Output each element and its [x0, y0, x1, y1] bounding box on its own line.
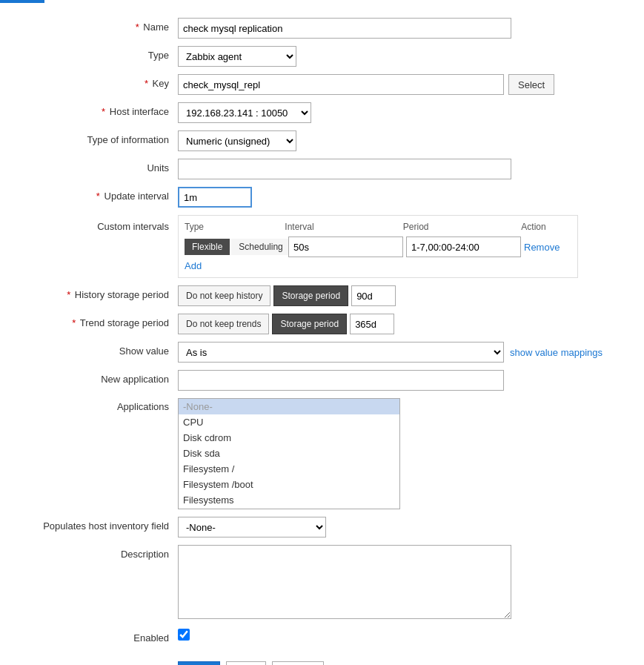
- type-label: Type: [30, 46, 178, 61]
- host-interface-select[interactable]: 192.168.23.141 : 10050: [178, 102, 311, 123]
- ci-interval-input[interactable]: [288, 236, 403, 257]
- description-label: Description: [30, 545, 178, 560]
- name-label: * Name: [30, 18, 178, 33]
- app-item-general[interactable]: General: [179, 508, 399, 509]
- ci-flexible-button[interactable]: Flexible: [185, 239, 230, 255]
- custom-intervals-row: Custom intervals Type Interval Period Ac…: [30, 215, 614, 278]
- ci-type-header: Type: [185, 222, 285, 232]
- history-storage-button[interactable]: Storage period: [273, 285, 348, 306]
- applications-list[interactable]: -None- CPU Disk cdrom Disk sda Filesyste…: [178, 398, 400, 509]
- ci-period-input[interactable]: [406, 236, 521, 257]
- key-row: * Key Select: [30, 74, 614, 95]
- populates-label: Populates host inventory field: [30, 517, 178, 532]
- trend-value-input[interactable]: [350, 314, 394, 334]
- app-item-disk-sda[interactable]: Disk sda: [179, 446, 399, 461]
- populates-select[interactable]: -None- Alias Asset tag BIOS date: [178, 517, 326, 537]
- new-app-row: New application: [30, 370, 614, 391]
- update-interval-label: * Update interval: [30, 187, 178, 202]
- trend-storage-button[interactable]: Storage period: [272, 314, 347, 334]
- units-input[interactable]: [178, 159, 511, 179]
- trend-row: * Trend storage period Do not keep trend…: [30, 314, 614, 334]
- history-no-keep-button[interactable]: Do not keep history: [178, 285, 270, 306]
- show-value-mappings-link[interactable]: show value mappings: [510, 347, 602, 358]
- app-item-disk-cdrom[interactable]: Disk cdrom: [179, 430, 399, 446]
- type-of-info-select[interactable]: Numeric (unsigned) Numeric (float) Chara…: [178, 130, 296, 151]
- ci-period-header: Period: [403, 222, 522, 232]
- app-item-cpu[interactable]: CPU: [179, 414, 399, 430]
- app-item-filesystems[interactable]: Filesystems: [179, 492, 399, 508]
- app-item-none[interactable]: -None-: [179, 399, 399, 414]
- name-row: * Name: [30, 18, 614, 39]
- enabled-row: Enabled: [30, 629, 614, 649]
- show-value-row: Show value As is show value mappings: [30, 342, 614, 363]
- update-interval-row: * Update interval: [30, 187, 614, 208]
- host-interface-row: * Host interface 192.168.23.141 : 10050: [30, 102, 614, 123]
- app-item-filesystem[interactable]: Filesystem /: [179, 461, 399, 477]
- enabled-checkbox[interactable]: [178, 629, 190, 641]
- units-row: Units: [30, 159, 614, 179]
- history-label: * History storage period: [30, 285, 178, 300]
- key-input[interactable]: [178, 74, 504, 95]
- custom-intervals-label: Custom intervals: [30, 215, 178, 232]
- ci-action-header: Action: [521, 222, 571, 232]
- app-item-filesystem-boot[interactable]: Filesystem /boot: [179, 477, 399, 492]
- ci-add-button[interactable]: Add: [185, 260, 202, 271]
- new-app-input[interactable]: [178, 370, 504, 391]
- trend-label: * Trend storage period: [30, 314, 178, 328]
- add-button[interactable]: Add: [178, 661, 220, 665]
- update-interval-input[interactable]: [178, 187, 252, 208]
- history-value-input[interactable]: [351, 285, 396, 306]
- ci-row-1: Flexible Scheduling Remove: [185, 236, 571, 257]
- ci-add-row: Add: [185, 260, 571, 271]
- applications-row: Applications -None- CPU Disk cdrom Disk …: [30, 398, 614, 509]
- description-textarea[interactable]: [178, 545, 511, 619]
- cancel-button[interactable]: Cancel: [272, 661, 324, 665]
- history-row: * History storage period Do not keep his…: [30, 285, 614, 306]
- units-label: Units: [30, 159, 178, 173]
- type-of-info-row: Type of information Numeric (unsigned) N…: [30, 130, 614, 151]
- enabled-label: Enabled: [30, 629, 178, 644]
- form-container: * Name Type Zabbix agent Zabbix agent (a…: [0, 3, 644, 665]
- populates-row: Populates host inventory field -None- Al…: [30, 517, 614, 537]
- applications-label: Applications: [30, 398, 178, 412]
- show-value-label: Show value: [30, 342, 178, 357]
- actions-row: Add Test Cancel: [30, 661, 614, 665]
- show-value-select[interactable]: As is: [178, 342, 504, 363]
- custom-intervals-box: Type Interval Period Action Flexible Sch…: [178, 215, 578, 278]
- name-input[interactable]: [178, 18, 511, 39]
- ci-interval-header: Interval: [285, 222, 403, 232]
- host-interface-label: * Host interface: [30, 102, 178, 117]
- new-app-label: New application: [30, 370, 178, 385]
- type-select[interactable]: Zabbix agent Zabbix agent (active) SNMP …: [178, 46, 296, 67]
- type-of-info-label: Type of information: [30, 130, 178, 145]
- trend-no-keep-button[interactable]: Do not keep trends: [178, 314, 269, 334]
- type-row: Type Zabbix agent Zabbix agent (active) …: [30, 46, 614, 67]
- key-label: * Key: [30, 74, 178, 89]
- description-row: Description: [30, 545, 614, 621]
- ci-scheduling-button[interactable]: Scheduling: [231, 239, 290, 255]
- test-button[interactable]: Test: [226, 661, 266, 665]
- ci-remove-button[interactable]: Remove: [524, 242, 560, 253]
- key-select-button[interactable]: Select: [508, 74, 554, 95]
